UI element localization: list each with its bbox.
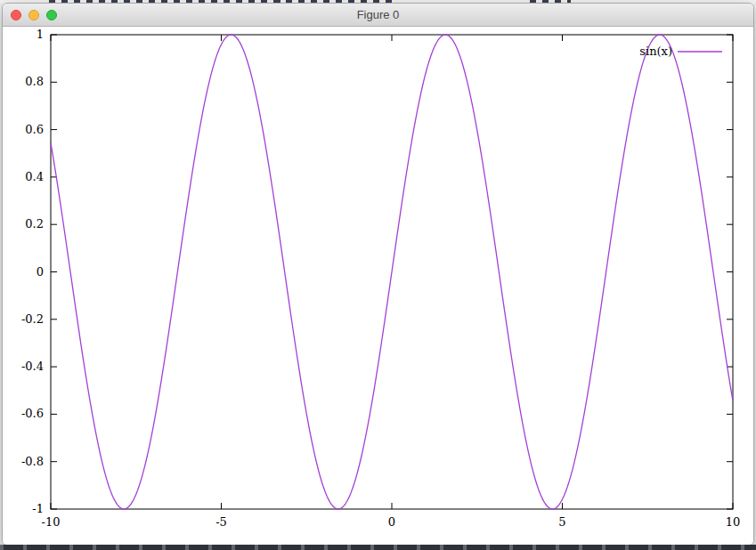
- sine-plot: -10-50510-1-0.8-0.6-0.4-0.200.20.40.60.8…: [3, 27, 753, 545]
- x-tick-label: 10: [726, 515, 741, 529]
- y-tick-label: 0.4: [25, 170, 44, 183]
- x-tick-label: -5: [215, 515, 227, 529]
- y-tick-label: -0.8: [21, 455, 44, 468]
- y-tick-label: 0.6: [25, 123, 44, 136]
- minimize-button[interactable]: [28, 10, 39, 20]
- traffic-lights: [11, 10, 57, 20]
- figure-window: Figure 0 -10-50510-1-0.8-0.6-0.4-0.200.2…: [2, 3, 754, 546]
- legend-label: sin(x): [639, 44, 672, 58]
- y-tick-label: 1: [37, 28, 44, 41]
- y-tick-label: 0.2: [25, 217, 44, 231]
- y-tick-label: -1: [32, 502, 44, 515]
- close-button[interactable]: [11, 10, 21, 20]
- zoom-button[interactable]: [46, 10, 57, 20]
- y-tick-label: -0.4: [21, 360, 44, 373]
- y-tick-label: 0: [37, 265, 44, 279]
- y-tick-label: 0.8: [25, 75, 44, 88]
- x-tick-label: -10: [42, 515, 61, 529]
- y-tick-label: -0.2: [21, 312, 44, 326]
- y-tick-label: -0.6: [21, 407, 44, 420]
- titlebar[interactable]: Figure 0: [3, 4, 753, 27]
- series-curve-sin(x): [51, 35, 733, 509]
- x-tick-label: 0: [388, 515, 395, 529]
- x-tick-label: 5: [558, 515, 565, 529]
- window-title: Figure 0: [3, 8, 753, 21]
- plot-canvas: -10-50510-1-0.8-0.6-0.4-0.200.20.40.60.8…: [3, 27, 753, 545]
- background-window-artifact-bottom: [0, 545, 756, 550]
